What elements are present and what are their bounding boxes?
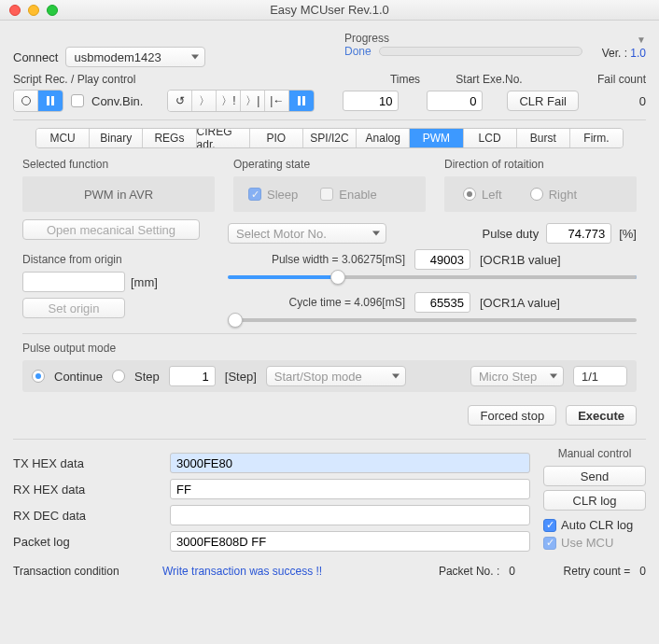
tab-binary[interactable]: Binary xyxy=(90,129,143,147)
ocr1b-label: [OCR1B value] xyxy=(480,253,561,267)
script-header-label: Script Rec. / Play control xyxy=(13,73,368,86)
fail-count-value: 0 xyxy=(586,94,646,108)
pulse-output-label: Pulse output mode xyxy=(22,342,637,355)
step-unit: [Step] xyxy=(225,370,257,384)
start-stop-dropdown[interactable]: Start/Stop mode xyxy=(266,366,406,386)
version-label: Ver. : 1.0 xyxy=(602,47,646,60)
continue-label: Continue xyxy=(54,370,103,384)
step-icon: 〉 xyxy=(199,93,210,109)
disclosure-icon[interactable]: ▼ xyxy=(637,35,646,45)
pulse-duty-unit: [%] xyxy=(619,227,637,241)
step-button[interactable]: 〉 xyxy=(192,91,217,111)
clr-fail-button[interactable]: CLR Fail xyxy=(507,91,579,111)
dist-origin-input[interactable] xyxy=(22,272,125,292)
packet-no: Packet No. : 0 xyxy=(385,565,515,578)
pulse-width-slider[interactable] xyxy=(228,275,637,279)
dir-left-label: Left xyxy=(482,188,502,202)
op-state-label: Operating state xyxy=(233,158,426,171)
step-radio[interactable] xyxy=(112,370,125,383)
dist-origin-label: Distance from origin xyxy=(22,253,200,266)
pause-icon xyxy=(47,96,54,105)
sleep-checkbox xyxy=(248,188,261,201)
cycle-time-slider[interactable] xyxy=(228,318,637,322)
continue-radio[interactable] xyxy=(32,370,45,383)
progress-status: Done xyxy=(344,45,372,58)
step-end-button[interactable]: 〉| xyxy=(241,91,265,111)
retry-count: Retry count = 0 xyxy=(515,565,646,578)
send-button[interactable]: Send xyxy=(543,466,646,486)
tab-regs[interactable]: REGs xyxy=(143,129,196,147)
rx-dec-input[interactable] xyxy=(170,505,530,525)
loop-button[interactable]: ↺ xyxy=(168,91,192,111)
tab-analog[interactable]: Analog xyxy=(357,129,410,147)
use-mcu-checkbox xyxy=(543,537,556,550)
transaction-label: Transaction condition xyxy=(13,565,162,578)
titlebar: Easy MCUser Rev.1.0 xyxy=(0,0,659,21)
pause-play-button[interactable] xyxy=(289,91,314,111)
record-icon xyxy=(21,96,31,105)
rx-hex-input[interactable] xyxy=(170,479,530,499)
execute-button[interactable]: Execute xyxy=(566,405,637,426)
start-exe-input[interactable] xyxy=(427,91,483,111)
tab-burst[interactable]: Burst xyxy=(517,129,570,147)
pulse-width-input[interactable] xyxy=(414,249,470,270)
auto-clr-checkbox[interactable] xyxy=(543,519,556,532)
slider-thumb[interactable] xyxy=(228,313,243,328)
selected-fn-label: Selected function xyxy=(22,158,215,171)
tab-bar: MCU Binary REGs CIREG adr. PIO SPI/I2C A… xyxy=(35,128,624,148)
rec-pause-group xyxy=(13,90,63,112)
step-label: Step xyxy=(134,370,160,384)
select-motor-dropdown[interactable]: Select Motor No. xyxy=(228,223,386,244)
tab-cireg[interactable]: CIREG adr. xyxy=(197,129,250,147)
tx-hex-input[interactable] xyxy=(170,453,530,473)
set-origin-button: Set origin xyxy=(22,298,125,318)
tx-hex-label: TX HEX data xyxy=(13,456,162,470)
pause-icon xyxy=(298,96,305,105)
conv-bin-label: Conv.Bin. xyxy=(91,94,143,108)
micro-step-dropdown[interactable]: Micro Step xyxy=(470,366,564,386)
dist-unit: [mm] xyxy=(131,275,158,289)
dir-right-label: Right xyxy=(549,188,577,202)
rewind-button[interactable]: |← xyxy=(265,91,289,111)
connect-select[interactable]: usbmodem1423 xyxy=(65,47,205,67)
cycle-time-input[interactable] xyxy=(414,292,470,313)
slider-thumb[interactable] xyxy=(330,270,345,285)
pause-rec-button[interactable] xyxy=(38,91,63,111)
packet-log-label: Packet log xyxy=(13,535,162,549)
times-label: Times xyxy=(368,73,442,86)
step-bang-button[interactable]: 〉! xyxy=(217,91,241,111)
transaction-message: Write transaction was success !! xyxy=(162,565,385,578)
tab-firm[interactable]: Firm. xyxy=(570,129,623,147)
clr-log-button[interactable]: CLR log xyxy=(543,490,646,511)
open-mech-button: Open mecanical Setting xyxy=(22,219,200,240)
rx-hex-label: RX HEX data xyxy=(13,483,162,497)
forced-stop-button[interactable]: Forced stop xyxy=(468,405,556,426)
pulse-duty-input[interactable] xyxy=(546,223,611,244)
conv-bin-checkbox[interactable] xyxy=(71,94,84,107)
pulse-width-label: Pulse width = 3.06275[mS] xyxy=(228,253,405,266)
manual-control-label: Manual control xyxy=(543,447,646,460)
playback-group: ↺ 〉 〉! 〉| |← xyxy=(167,90,315,112)
tab-mcu[interactable]: MCU xyxy=(36,129,90,147)
packet-log-input[interactable] xyxy=(170,531,530,552)
stepper-arrows-icon: ▲▼ xyxy=(617,369,624,382)
start-exe-label: Start Exe.No. xyxy=(442,73,536,86)
direction-label: Direction of rotaition xyxy=(444,158,637,171)
tab-lcd[interactable]: LCD xyxy=(464,129,517,147)
times-input[interactable] xyxy=(343,91,399,111)
record-button[interactable] xyxy=(14,91,38,111)
step-input[interactable] xyxy=(169,366,216,386)
tab-pio[interactable]: PIO xyxy=(250,129,303,147)
tab-pwm[interactable]: PWM xyxy=(410,129,463,147)
enable-label: Enable xyxy=(339,188,376,202)
ratio-select[interactable]: 1/1 ▲▼ xyxy=(573,366,627,386)
dir-left-radio xyxy=(463,188,476,201)
pulse-duty-label: Pulse duty xyxy=(483,227,540,241)
use-mcu-label: Use MCU xyxy=(561,536,613,550)
cycle-time-label: Cycle time = 4.096[mS] xyxy=(228,296,405,309)
progress-bar xyxy=(379,47,582,56)
enable-checkbox xyxy=(320,188,333,201)
selected-fn-value: PWM in AVR xyxy=(22,176,215,212)
tab-spi-i2c[interactable]: SPI/I2C xyxy=(303,129,357,147)
window-title: Easy MCUser Rev.1.0 xyxy=(0,3,659,17)
